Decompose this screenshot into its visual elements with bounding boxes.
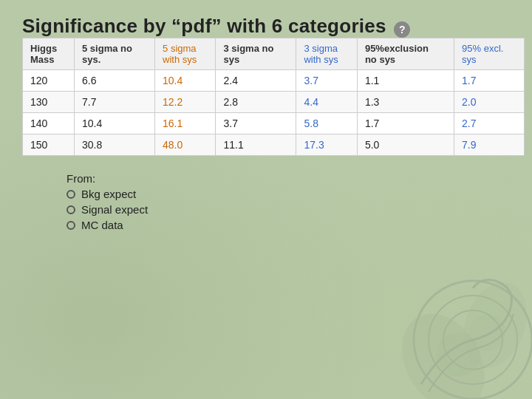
bullet-circle-icon [66,221,75,230]
from-label: From: [66,172,510,185]
cell-mass: 120 [23,70,75,92]
svg-point-3 [386,299,502,399]
cell-95excl-nosys: 5.0 [357,134,454,156]
cell-3sigma-withsys: 4.4 [296,92,357,113]
help-icon[interactable]: ? [394,21,410,38]
table-row: 150 30.8 48.0 11.1 17.3 5.0 7.9 [23,134,525,156]
cell-3sigma-nosys: 3.7 [216,113,296,134]
cell-95excl-sys: 1.7 [454,70,525,92]
bullet-text: Bkg expect [81,188,136,200]
cell-95excl-nosys: 1.3 [357,92,454,113]
col-header-3sigma-nosys: 3 sigma nosys [216,38,296,70]
page-title: Significance by “pdf” with 6 categories … [22,15,510,38]
bullet-item: Bkg expect [66,188,510,200]
table-row: 130 7.7 12.2 2.8 4.4 1.3 2.0 [23,92,525,113]
cell-5sigma-withsys: 48.0 [155,134,216,156]
cell-5sigma-nosys: 6.6 [75,70,155,92]
bullet-item: MC data [66,219,510,231]
col-header-95excl-nosys: 95%exclusionno sys [357,38,454,70]
cell-95excl-sys: 2.7 [454,113,525,134]
col-header-5sigma-withsys: 5 sigmawith sys [155,38,216,70]
bullet-circle-icon [66,190,75,199]
col-header-5sigma-nosys: 5 sigma nosys. [75,38,155,70]
svg-point-4 [452,273,532,377]
cell-5sigma-nosys: 10.4 [75,113,155,134]
cell-5sigma-withsys: 16.1 [155,113,216,134]
cell-3sigma-withsys: 5.8 [296,113,357,134]
cell-5sigma-withsys: 10.4 [155,70,216,92]
cell-5sigma-nosys: 7.7 [75,92,155,113]
cell-95excl-nosys: 1.1 [357,70,454,92]
table-row: 120 6.6 10.4 2.4 3.7 1.1 1.7 [23,70,525,92]
cell-3sigma-nosys: 2.4 [216,70,296,92]
cell-5sigma-withsys: 12.2 [155,92,216,113]
cell-95excl-sys: 7.9 [454,134,525,156]
svg-point-2 [443,310,502,369]
cell-95excl-nosys: 1.7 [357,113,454,134]
col-header-3sigma-withsys: 3 sigmawith sys [296,38,357,70]
col-header-95excl-sys: 95% excl.sys [454,38,525,70]
cell-3sigma-withsys: 17.3 [296,134,357,156]
from-section: From: Bkg expect Signal expect MC data [66,172,510,231]
cell-mass: 150 [23,134,75,156]
cell-5sigma-nosys: 30.8 [75,134,155,156]
col-header-mass: HiggsMass [23,38,75,70]
cell-3sigma-nosys: 2.8 [216,92,296,113]
svg-point-5 [436,332,480,377]
table-row: 140 10.4 16.1 3.7 5.8 1.7 2.7 [23,113,525,134]
cell-3sigma-withsys: 3.7 [296,70,357,92]
bullet-text: Signal expect [81,203,148,216]
svg-point-1 [429,296,517,384]
bullet-circle-icon [66,205,75,214]
bullet-item: Signal expect [66,203,510,216]
significance-table: HiggsMass 5 sigma nosys. 5 sigmawith sys… [22,38,525,156]
bullet-text: MC data [81,219,123,231]
cell-mass: 140 [23,113,75,134]
svg-point-0 [414,281,532,399]
svg-point-6 [469,314,506,351]
cell-95excl-sys: 2.0 [454,92,525,113]
cell-mass: 130 [23,92,75,113]
cell-3sigma-nosys: 11.1 [216,134,296,156]
